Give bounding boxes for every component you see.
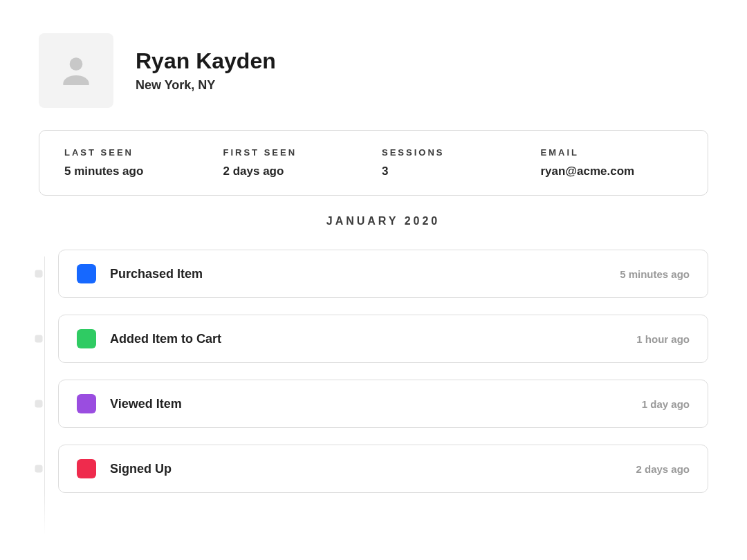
avatar [39,33,113,108]
event-title: Signed Up [110,462,622,476]
stat-value: 2 days ago [223,165,366,178]
event-card[interactable]: Viewed Item1 day ago [58,380,708,428]
event-row[interactable]: Viewed Item1 day ago [58,380,708,428]
stats-card: Last Seen 5 minutes ago First Seen 2 day… [39,130,708,196]
event-list: Purchased Item5 minutes agoAdded Item to… [58,250,708,493]
stat-label: Email [541,147,683,158]
event-card[interactable]: Added Item to Cart1 hour ago [58,315,708,363]
stat-last-seen: Last Seen 5 minutes ago [64,147,207,178]
event-card[interactable]: Purchased Item5 minutes ago [58,250,708,298]
event-title: Added Item to Cart [110,332,622,346]
event-color-swatch [77,264,96,283]
event-color-swatch [77,394,96,413]
profile-name: Ryan Kayden [136,48,276,74]
event-title: Viewed Item [110,397,628,411]
timeline-period: January 2020 [58,215,708,227]
event-row[interactable]: Purchased Item5 minutes ago [58,250,708,298]
event-time: 2 days ago [636,463,690,475]
stat-value: 3 [382,165,524,178]
profile-meta: Ryan Kayden New York, NY [136,48,276,93]
stat-value: 5 minutes ago [64,165,207,178]
svg-point-0 [70,57,83,71]
timeline: January 2020 Purchased Item5 minutes ago… [39,215,708,493]
timeline-marker [35,270,43,278]
stat-first-seen: First Seen 2 days ago [223,147,366,178]
stat-value: ryan@acme.com [541,165,683,178]
event-row[interactable]: Signed Up2 days ago [58,445,708,493]
timeline-line [44,256,45,534]
event-color-swatch [77,459,96,478]
event-row[interactable]: Added Item to Cart1 hour ago [58,315,708,363]
stat-sessions: Sessions 3 [382,147,524,178]
stat-label: Sessions [382,147,524,158]
timeline-marker [35,465,43,473]
timeline-marker [35,335,43,343]
stat-label: Last Seen [64,147,207,158]
event-time: 5 minutes ago [620,268,690,280]
stat-label: First Seen [223,147,366,158]
profile-location: New York, NY [136,78,276,93]
event-time: 1 day ago [642,398,690,410]
user-profile-page: Ryan Kayden New York, NY Last Seen 5 min… [0,0,747,493]
person-icon [57,51,95,90]
event-card[interactable]: Signed Up2 days ago [58,445,708,493]
stat-email: Email ryan@acme.com [541,147,683,178]
profile-header: Ryan Kayden New York, NY [39,33,708,108]
event-time: 1 hour ago [636,333,690,345]
event-title: Purchased Item [110,267,606,281]
timeline-marker [35,400,43,408]
event-color-swatch [77,329,96,348]
